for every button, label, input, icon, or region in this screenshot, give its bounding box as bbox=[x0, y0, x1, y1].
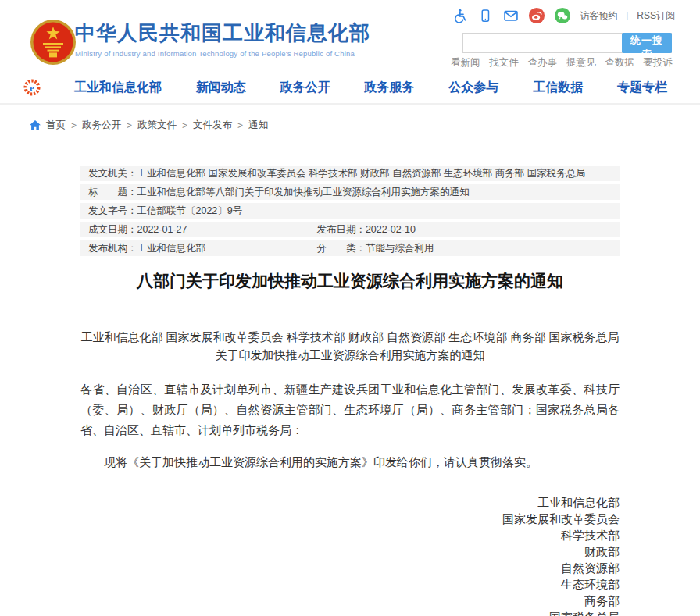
rss-subscribe-link[interactable]: RSS订阅 bbox=[637, 9, 675, 23]
breadcrumb-home[interactable]: 首页 bbox=[46, 119, 66, 132]
weibo-icon[interactable] bbox=[528, 7, 545, 24]
meta-value: 工业和信息化部等八部门关于印发加快推动工业资源综合利用实施方案的通知 bbox=[138, 184, 470, 200]
nav-item-miit[interactable]: 工业和信息化部 bbox=[74, 80, 162, 96]
meta-row-issuing-agency: 发文机关：工业和信息化部 国家发展和改革委员会 科学技术部 财政部 自然资源部 … bbox=[80, 166, 620, 181]
nav-item-special-topics[interactable]: 专题专栏 bbox=[617, 80, 667, 96]
meta-label: 分 类： bbox=[316, 240, 366, 256]
quick-link-news[interactable]: 看新闻 bbox=[451, 56, 480, 69]
accessibility-icon[interactable] bbox=[451, 7, 468, 24]
meta-value: 节能与综合利用 bbox=[366, 240, 434, 256]
signature-block: 工业和信息化部 国家发展和改革委员会 科学技术部 财政部 自然资源部 生态环境部… bbox=[80, 494, 620, 616]
quick-link-suggest[interactable]: 提意见 bbox=[566, 56, 596, 69]
paragraph-recipients: 各省、自治区、直辖市及计划单列市、新疆生产建设兵团工业和信息化主管部门、发展改革… bbox=[80, 379, 620, 440]
breadcrumb-policy-files[interactable]: 政策文件 bbox=[138, 119, 177, 132]
signature-line: 国家税务总局 bbox=[80, 609, 620, 616]
breadcrumb-separator: > bbox=[182, 120, 188, 131]
breadcrumb-separator: > bbox=[238, 120, 243, 131]
breadcrumb-separator: > bbox=[127, 120, 132, 131]
topbar-divider: | bbox=[626, 11, 628, 20]
document-header-agencies: 工业和信息化部 国家发展和改革委员会 科学技术部 财政部 自然资源部 生态环境部… bbox=[80, 328, 620, 364]
doc-head-line2: 关于印发加快推动工业资源综合利用实施方案的通知 bbox=[80, 346, 620, 364]
home-icon[interactable] bbox=[30, 120, 41, 130]
nav-item-news[interactable]: 新闻动态 bbox=[196, 80, 246, 96]
signature-line: 科学技术部 bbox=[80, 527, 620, 543]
site-header: 中华人民共和国工业和信息化部 Ministry of Industry and … bbox=[0, 0, 700, 70]
nav-item-public-participation[interactable]: 公众参与 bbox=[448, 80, 498, 96]
national-emblem-logo[interactable] bbox=[30, 19, 77, 66]
signature-line: 商务部 bbox=[80, 593, 620, 609]
meta-label: 发布日期： bbox=[316, 222, 366, 237]
breadcrumb-separator: > bbox=[71, 120, 77, 131]
meta-value: 2022-01-27 bbox=[138, 222, 188, 237]
page-title: 八部门关于印发加快推动工业资源综合利用实施方案的通知 bbox=[80, 270, 620, 292]
meta-label: 发布机构： bbox=[88, 240, 138, 256]
signature-line: 生态环境部 bbox=[80, 576, 620, 593]
paragraph-body: 现将《关于加快推动工业资源综合利用的实施方案》印发给你们，请认真贯彻落实。 bbox=[80, 452, 620, 472]
signature-line: 自然资源部 bbox=[80, 560, 620, 576]
topbar: 访客预约 | RSS订阅 bbox=[451, 7, 675, 24]
meta-value: 工业和信息化部 bbox=[138, 240, 206, 256]
quick-link-complaint[interactable]: 要投诉 bbox=[643, 56, 673, 69]
search-bar: 统一搜索 bbox=[462, 33, 672, 53]
nav-items: 工业和信息化部 新闻动态 政务公开 政务服务 公众参与 工信数据 专题专栏 bbox=[74, 70, 667, 105]
document-meta-table: 发文机关：工业和信息化部 国家发展和改革委员会 科学技术部 财政部 自然资源部 … bbox=[80, 166, 620, 256]
signature-line: 财政部 bbox=[80, 543, 620, 560]
meta-label: 成文日期： bbox=[88, 222, 138, 237]
meta-label: 发文机关： bbox=[88, 166, 138, 181]
breadcrumb: 首页 > 政务公开 > 政策文件 > 文件发布 > 通知 bbox=[0, 105, 700, 134]
meta-value: 2022-02-10 bbox=[366, 222, 416, 237]
mobile-icon[interactable] bbox=[477, 7, 494, 24]
quick-link-data[interactable]: 查数据 bbox=[605, 56, 634, 69]
meta-row-publisher-category: 发布机构：工业和信息化部 分 类：节能与综合利用 bbox=[80, 240, 620, 256]
meta-value: 工信部联节〔2022〕9号 bbox=[138, 203, 243, 219]
breadcrumb-gov-disclosure[interactable]: 政务公开 bbox=[82, 119, 121, 132]
visitor-appointment-link[interactable]: 访客预约 bbox=[580, 9, 617, 23]
meta-row-doc-number: 发文字号：工信部联节〔2022〕9号 bbox=[80, 203, 620, 219]
quick-links: 看新闻 找文件 查办事 提意见 查数据 要投诉 bbox=[451, 56, 673, 69]
breadcrumb-file-release[interactable]: 文件发布 bbox=[193, 119, 232, 132]
meta-label: 标 题： bbox=[88, 184, 138, 200]
wechat-icon[interactable] bbox=[554, 7, 571, 24]
site-title-block: 中华人民共和国工业和信息化部 Ministry of Industry and … bbox=[75, 21, 370, 58]
site-subtitle: Ministry of Industry and Information Tec… bbox=[75, 49, 370, 58]
meta-value: 工业和信息化部 国家发展和改革委员会 科学技术部 财政部 自然资源部 生态环境部… bbox=[138, 166, 586, 181]
nav-item-gov-disclosure[interactable]: 政务公开 bbox=[280, 80, 330, 96]
meta-row-title: 标 题：工业和信息化部等八部门关于印发加快推动工业资源综合利用实施方案的通知 bbox=[80, 184, 620, 200]
quick-link-services[interactable]: 查办事 bbox=[528, 56, 558, 69]
meta-row-dates: 成文日期：2022-01-27 发布日期：2022-02-10 bbox=[80, 222, 620, 237]
nav-item-data[interactable]: 工信数据 bbox=[533, 80, 583, 96]
doc-head-line1: 工业和信息化部 国家发展和改革委员会 科学技术部 财政部 自然资源部 生态环境部… bbox=[80, 328, 620, 346]
meta-label: 发文字号： bbox=[88, 203, 138, 219]
search-button[interactable]: 统一搜索 bbox=[622, 33, 672, 53]
signature-line: 工业和信息化部 bbox=[80, 494, 620, 511]
nav-item-gov-services[interactable]: 政务服务 bbox=[364, 80, 414, 96]
mail-icon[interactable] bbox=[502, 7, 520, 24]
document-content: 发文机关：工业和信息化部 国家发展和改革委员会 科学技术部 财政部 自然资源部 … bbox=[80, 166, 620, 616]
main-nav: e 工业和信息化部 新闻动态 政务公开 政务服务 公众参与 工信数据 专题专栏 bbox=[0, 70, 700, 105]
quick-link-files[interactable]: 找文件 bbox=[489, 56, 519, 69]
breadcrumb-current-notice: 通知 bbox=[248, 119, 268, 132]
site-title: 中华人民共和国工业和信息化部 bbox=[75, 21, 370, 45]
signature-line: 国家发展和改革委员会 bbox=[80, 511, 620, 527]
svg-text:e: e bbox=[30, 83, 34, 94]
miit-gear-icon: e bbox=[23, 79, 41, 96]
